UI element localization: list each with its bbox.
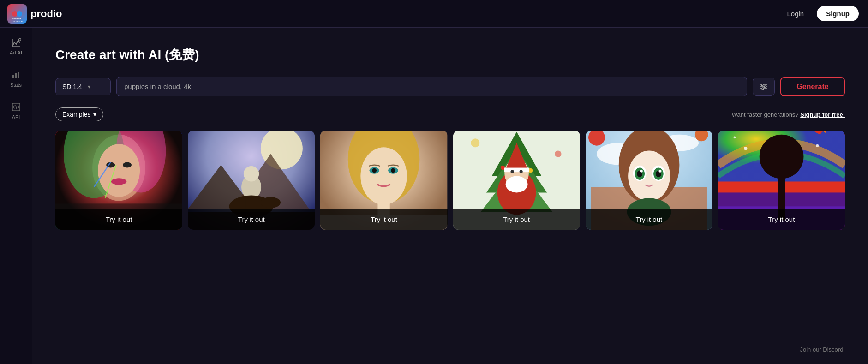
- discord-link[interactable]: Join our Discord!: [800, 346, 845, 353]
- svg-point-21: [98, 144, 140, 197]
- svg-rect-6: [12, 75, 14, 78]
- model-chevron: ▾: [88, 84, 90, 90]
- gallery-card-1[interactable]: Try it out: [55, 131, 182, 230]
- generate-button[interactable]: Generate: [780, 77, 845, 96]
- svg-text:52BYW.CN: 52BYW.CN: [12, 17, 21, 19]
- try-it-out-3[interactable]: Try it out: [320, 209, 447, 230]
- faster-text: Want faster generations? Signup for free…: [732, 111, 845, 118]
- svg-point-88: [744, 147, 747, 150]
- sidebar-label-art-ai: Art AI: [10, 50, 22, 55]
- settings-icon: [760, 83, 768, 91]
- page-title: Create art with AI (免费): [55, 46, 845, 64]
- svg-point-56: [471, 138, 479, 147]
- svg-point-57: [555, 150, 561, 157]
- signup-button[interactable]: Signup: [817, 6, 859, 21]
- logo-badge: 52BYW.CN: [7, 4, 27, 24]
- prompt-bar: SD 1.4 ▾ Generate: [55, 77, 845, 96]
- svg-point-79: [640, 170, 643, 173]
- svg-point-89: [733, 136, 736, 138]
- sidebar-label-api: API: [12, 114, 20, 120]
- model-selector[interactable]: SD 1.4 ▾: [55, 78, 111, 95]
- try-it-out-1[interactable]: Try it out: [55, 209, 182, 230]
- gallery-card-2[interactable]: Try it out: [188, 131, 315, 230]
- examples-label: Examples: [62, 111, 90, 118]
- svg-point-3: [18, 39, 21, 41]
- svg-point-46: [391, 168, 395, 173]
- sidebar-item-stats[interactable]: Stats: [10, 69, 22, 88]
- svg-point-80: [658, 170, 661, 173]
- svg-point-63: [510, 170, 514, 173]
- svg-point-45: [372, 168, 377, 173]
- svg-point-62: [505, 176, 527, 193]
- svg-point-90: [816, 144, 819, 147]
- signup-free-link[interactable]: Signup for free!: [800, 111, 845, 118]
- gallery-card-3[interactable]: Try it out: [320, 131, 447, 230]
- examples-chevron: ▾: [93, 111, 96, 118]
- app-body: Art AI Stats API: [0, 28, 868, 364]
- sidebar-label-stats: Stats: [10, 82, 22, 88]
- sidebar: Art AI Stats API: [0, 28, 32, 364]
- try-it-out-2[interactable]: Try it out: [188, 209, 315, 230]
- logo-text: prodio: [30, 8, 62, 20]
- try-it-out-4[interactable]: Try it out: [453, 209, 580, 230]
- main-content: Create art with AI (免费) SD 1.4 ▾ Generat…: [32, 28, 868, 364]
- svg-point-1: [17, 11, 22, 17]
- topnav: 52BYW.CN prodio Login Signup: [0, 0, 868, 28]
- sidebar-item-api[interactable]: API: [11, 101, 22, 120]
- svg-point-23: [123, 162, 132, 168]
- svg-rect-8: [18, 72, 19, 78]
- gallery: Try it out: [55, 131, 845, 230]
- stats-icon: [10, 69, 21, 80]
- examples-row: Examples ▾ Want faster generations? Sign…: [55, 107, 845, 121]
- svg-point-37: [261, 197, 281, 208]
- svg-point-87: [760, 135, 804, 179]
- svg-line-10: [16, 105, 17, 109]
- api-icon: [11, 101, 22, 113]
- svg-point-24: [111, 178, 126, 185]
- svg-point-42: [361, 147, 407, 204]
- svg-rect-61: [504, 168, 529, 173]
- try-it-out-5[interactable]: Try it out: [586, 209, 712, 230]
- nav-right: Login Signup: [781, 6, 859, 21]
- examples-button[interactable]: Examples ▾: [55, 107, 103, 121]
- try-it-out-6[interactable]: Try it out: [718, 209, 845, 230]
- model-value: SD 1.4: [62, 83, 82, 90]
- art-ai-icon: [11, 37, 22, 48]
- prompt-input[interactable]: [116, 77, 747, 96]
- settings-button[interactable]: [753, 78, 775, 96]
- svg-point-33: [244, 166, 259, 181]
- svg-point-64: [519, 170, 522, 173]
- svg-point-15: [764, 86, 766, 88]
- svg-rect-7: [15, 73, 17, 78]
- svg-point-14: [761, 84, 763, 86]
- gallery-card-6[interactable]: Try it out: [718, 131, 845, 230]
- gallery-card-4[interactable]: Try it out: [453, 131, 580, 230]
- sidebar-item-art-ai[interactable]: Art AI: [10, 37, 22, 55]
- logo-area: 52BYW.CN prodio: [7, 4, 62, 24]
- svg-point-16: [762, 88, 764, 90]
- login-button[interactable]: Login: [781, 7, 809, 20]
- gallery-card-5[interactable]: Try it out: [586, 131, 712, 230]
